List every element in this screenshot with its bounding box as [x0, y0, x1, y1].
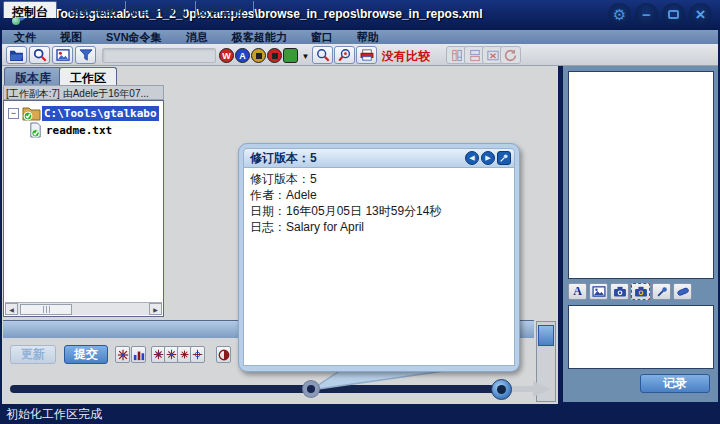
tab-repository[interactable]: 版本库	[4, 67, 62, 85]
right-panel: A 记录	[561, 66, 718, 402]
zoom-pointer-icon	[338, 48, 352, 62]
red-disc-icon	[218, 349, 230, 361]
eraser-icon	[676, 286, 690, 297]
print-button[interactable]	[356, 46, 377, 64]
scroll-right-icon[interactable]: ▶	[149, 303, 162, 315]
record-button[interactable]: 记录	[640, 374, 710, 393]
update-button[interactable]: 更新	[10, 345, 56, 364]
window-controls: ⚙ − ×	[608, 3, 712, 26]
working-copy-info: [工作副本:7] 由Adele于16年07...	[3, 85, 164, 100]
zoom-pointer-button[interactable]	[334, 46, 355, 64]
tree-row-root[interactable]: − C:\Tools\gtalkabo	[8, 105, 159, 121]
badge-square	[256, 53, 262, 59]
revision-line: 修订版本：5	[250, 171, 508, 187]
open-folder-button[interactable]	[6, 46, 27, 64]
search-repo-button[interactable]	[29, 46, 50, 64]
app-window: C:\Tools\gtalkabout_1_2_0p\examples\brow…	[0, 0, 720, 424]
chart-tool-button[interactable]	[131, 346, 146, 363]
text-tool-button[interactable]: A	[568, 283, 587, 300]
minimize-button[interactable]: −	[635, 3, 658, 26]
pushpin-icon	[499, 153, 509, 163]
gear-tool-button-4[interactable]	[190, 346, 205, 363]
refresh-button[interactable]	[500, 46, 521, 64]
toolbar: W A ▼ 没有比较	[2, 44, 718, 66]
tree-row-file[interactable]: readme.txt	[28, 122, 114, 138]
capture-region-icon	[634, 286, 648, 297]
gear-icon	[192, 349, 203, 360]
log-line: 日志：Salary for April	[250, 219, 508, 235]
image-view-button[interactable]	[52, 46, 73, 64]
filter-button[interactable]	[75, 46, 96, 64]
menu-window[interactable]: 窗口	[299, 30, 345, 45]
author-line: 作者：Adele	[250, 187, 508, 203]
notes-canvas[interactable]	[568, 71, 714, 279]
tab-file-monitor[interactable]: 文件监控	[189, 1, 254, 18]
scrollbar-thumb[interactable]	[538, 325, 554, 346]
gold-badge-icon[interactable]	[251, 48, 266, 63]
menu-help[interactable]: 帮助	[345, 30, 391, 45]
capture-region-button[interactable]	[631, 283, 650, 300]
zoom-button[interactable]	[312, 46, 333, 64]
tree-file-label[interactable]: readme.txt	[44, 123, 114, 138]
filter-funnel-icon	[79, 49, 93, 61]
tab-workspace[interactable]: 工作区	[59, 67, 117, 85]
collapse-toggle-icon[interactable]: −	[8, 108, 19, 119]
search-repo-icon	[33, 48, 47, 62]
printer-icon	[360, 49, 374, 61]
prev-revision-button[interactable]: ◀	[465, 151, 479, 165]
commit-button[interactable]: 提交	[64, 345, 108, 364]
compare-close-icon	[487, 49, 499, 62]
menu-messages[interactable]: 消息	[174, 30, 220, 45]
tab-function-map[interactable]: 函数地图	[61, 1, 126, 18]
image-icon	[56, 49, 70, 61]
menu-svn-commands[interactable]: SVN命令集	[94, 30, 174, 45]
annotation-toolbar: A	[568, 283, 692, 301]
file-tree: − C:\Tools\gtalkabo readme.txt ◀ ▶	[3, 100, 164, 317]
snowflake-tool-button[interactable]	[115, 346, 130, 363]
pin-popup-button[interactable]	[497, 151, 511, 165]
log-output-box[interactable]	[568, 305, 714, 369]
eraser-tool-button[interactable]	[673, 283, 692, 300]
refresh-icon	[504, 49, 517, 62]
folder-checked-icon	[22, 106, 41, 121]
menu-view[interactable]: 视图	[48, 30, 94, 45]
scroll-left-icon[interactable]: ◀	[5, 303, 18, 315]
open-folder-icon	[9, 49, 24, 61]
status-text: 初始化工作区完成	[0, 406, 102, 423]
film-strip-2-icon	[469, 49, 481, 62]
menu-file[interactable]: 文件	[2, 30, 48, 45]
badge-dropdown-arrow[interactable]: ▼	[299, 50, 312, 62]
menu-geek-powers[interactable]: 极客超能力	[220, 30, 299, 45]
bar-chart-icon	[133, 349, 145, 361]
red-badge-icon[interactable]	[267, 48, 282, 63]
revision-popup: 修订版本：5 ◀ ▶ 修订版本：5 作者：Adele 日期：16年05月05日 …	[238, 143, 520, 372]
toolbar-groove	[102, 48, 216, 63]
tab-console[interactable]: 控制台	[3, 1, 57, 18]
zoom-icon	[316, 48, 330, 62]
tree-horizontal-scrollbar[interactable]: ◀ ▶	[5, 302, 162, 315]
tree-root-label[interactable]: C:\Tools\gtalkabo	[42, 106, 159, 121]
close-button[interactable]: ×	[689, 3, 712, 26]
film-strip-icon	[451, 49, 463, 62]
w-badge-icon[interactable]: W	[219, 48, 234, 63]
slider-arrow-head-icon	[533, 381, 551, 397]
snowflake-icon	[117, 349, 129, 361]
green-badge-icon[interactable]	[283, 48, 298, 63]
camera-button[interactable]	[610, 283, 629, 300]
tab-project-search[interactable]: 项目中搜索	[119, 1, 196, 18]
next-revision-button[interactable]: ▶	[481, 151, 495, 165]
settings-gear-icon[interactable]: ⚙	[608, 3, 631, 26]
pin-tool-button[interactable]	[652, 283, 671, 300]
slider-handle-revision[interactable]	[303, 381, 319, 397]
scrollbar-thumb[interactable]	[20, 304, 72, 315]
gear-icon	[179, 349, 190, 360]
a-badge-icon[interactable]: A	[235, 48, 250, 63]
pin-icon	[656, 286, 668, 298]
maximize-icon	[668, 10, 679, 19]
picture-icon	[592, 286, 606, 297]
maximize-button[interactable]	[662, 3, 685, 26]
popup-header[interactable]: 修订版本：5 ◀ ▶	[243, 148, 515, 168]
file-checked-icon	[28, 122, 43, 138]
picture-tool-button[interactable]	[589, 283, 608, 300]
partial-tool-button[interactable]	[216, 346, 231, 363]
